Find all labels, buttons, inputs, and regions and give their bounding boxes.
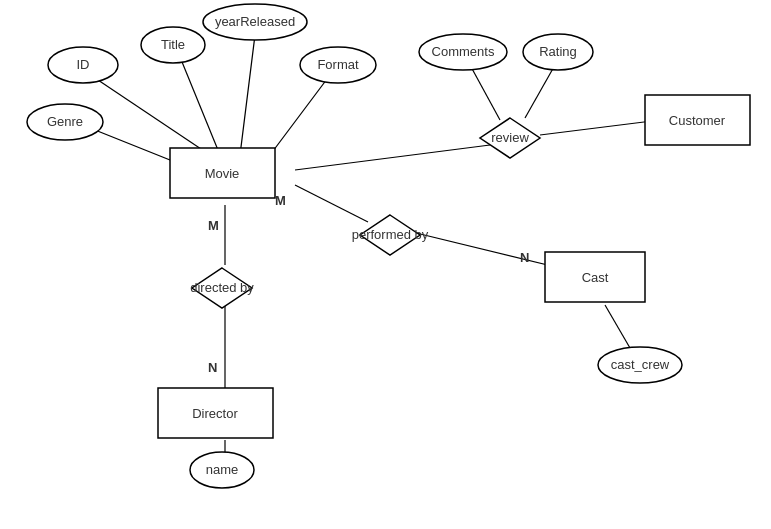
attr-cast-crew-label: cast_crew <box>611 357 670 372</box>
attr-id-label: ID <box>77 57 90 72</box>
attr-name-label: name <box>206 462 239 477</box>
attr-format-label: Format <box>317 57 359 72</box>
svg-line-13 <box>412 232 560 268</box>
cardinality-m2: M <box>275 193 286 208</box>
cardinality-m1: M <box>208 218 219 233</box>
svg-line-3 <box>270 75 330 155</box>
relationship-review-label: review <box>491 130 529 145</box>
entity-cast-label: Cast <box>582 270 609 285</box>
svg-line-8 <box>525 65 555 118</box>
attr-genre-label: Genre <box>47 114 83 129</box>
attr-title-label: Title <box>161 37 185 52</box>
er-diagram: ID Title yearReleased Format Genre Comme… <box>0 0 771 529</box>
svg-line-6 <box>540 120 660 135</box>
entity-director-label: Director <box>192 406 238 421</box>
svg-line-12 <box>295 185 368 222</box>
attr-comments-label: Comments <box>432 44 495 59</box>
svg-line-1 <box>180 57 220 155</box>
cardinality-n1: N <box>208 360 217 375</box>
relationship-performed-by-label: performed by <box>352 227 429 242</box>
svg-line-7 <box>470 65 500 120</box>
svg-line-2 <box>240 35 255 155</box>
entity-movie-label: Movie <box>205 166 240 181</box>
cardinality-n2: N <box>520 250 529 265</box>
svg-line-5 <box>295 145 490 170</box>
attr-rating-label: Rating <box>539 44 577 59</box>
entity-customer-label: Customer <box>669 113 726 128</box>
svg-line-14 <box>605 305 630 348</box>
relationship-directed-by-label: directed by <box>190 280 254 295</box>
attr-yearreleased-label: yearReleased <box>215 14 295 29</box>
